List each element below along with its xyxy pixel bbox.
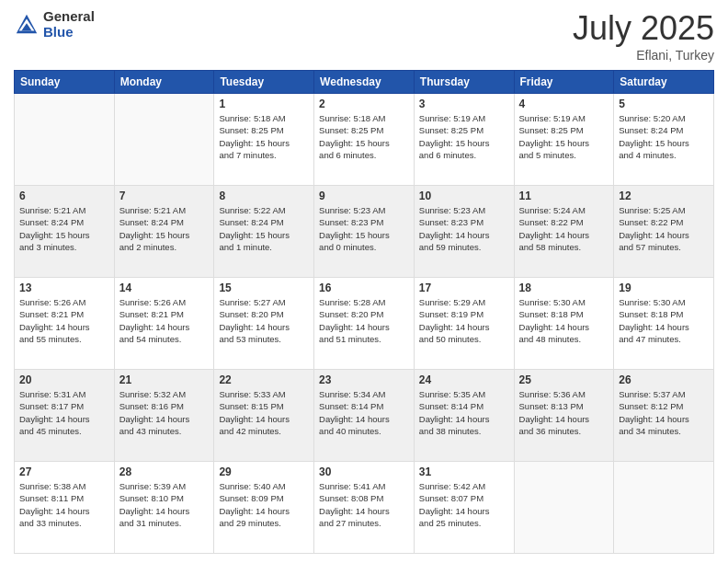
day-info: Sunrise: 5:18 AM Sunset: 8:25 PM Dayligh…: [319, 112, 409, 161]
table-row: 5Sunrise: 5:20 AM Sunset: 8:24 PM Daylig…: [614, 94, 714, 186]
logo-icon: [14, 12, 40, 38]
day-number: 21: [119, 373, 210, 386]
day-info: Sunrise: 5:35 AM Sunset: 8:14 PM Dayligh…: [419, 388, 509, 437]
calendar-week-row: 13Sunrise: 5:26 AM Sunset: 8:21 PM Dayli…: [15, 278, 714, 370]
day-info: Sunrise: 5:31 AM Sunset: 8:17 PM Dayligh…: [19, 388, 109, 437]
day-info: Sunrise: 5:18 AM Sunset: 8:25 PM Dayligh…: [219, 112, 309, 161]
col-friday: Friday: [514, 71, 614, 94]
table-row: 31Sunrise: 5:42 AM Sunset: 8:07 PM Dayli…: [414, 462, 514, 554]
col-saturday: Saturday: [614, 71, 714, 94]
table-row: 27Sunrise: 5:38 AM Sunset: 8:11 PM Dayli…: [15, 462, 115, 554]
day-number: 23: [319, 373, 409, 386]
day-number: 20: [19, 373, 109, 386]
table-row: 24Sunrise: 5:35 AM Sunset: 8:14 PM Dayli…: [414, 370, 514, 462]
table-row: 4Sunrise: 5:19 AM Sunset: 8:25 PM Daylig…: [514, 94, 614, 186]
day-info: Sunrise: 5:25 AM Sunset: 8:22 PM Dayligh…: [619, 204, 709, 253]
logo-general-text: General: [43, 9, 95, 25]
day-number: 3: [419, 98, 509, 110]
table-row: 12Sunrise: 5:25 AM Sunset: 8:22 PM Dayli…: [614, 186, 714, 278]
day-number: 27: [19, 465, 109, 478]
table-row: 18Sunrise: 5:30 AM Sunset: 8:18 PM Dayli…: [514, 278, 614, 370]
day-info: Sunrise: 5:28 AM Sunset: 8:20 PM Dayligh…: [319, 296, 409, 345]
table-row: 14Sunrise: 5:26 AM Sunset: 8:21 PM Dayli…: [114, 278, 214, 370]
calendar-week-row: 1Sunrise: 5:18 AM Sunset: 8:25 PM Daylig…: [15, 94, 714, 186]
day-info: Sunrise: 5:27 AM Sunset: 8:20 PM Dayligh…: [219, 296, 309, 345]
table-row: 13Sunrise: 5:26 AM Sunset: 8:21 PM Dayli…: [15, 278, 115, 370]
header: General Blue July 2025 Eflani, Turkey: [14, 9, 714, 63]
day-info: Sunrise: 5:22 AM Sunset: 8:24 PM Dayligh…: [219, 204, 309, 253]
calendar-header-row: Sunday Monday Tuesday Wednesday Thursday…: [15, 71, 714, 94]
day-number: 30: [319, 465, 409, 478]
day-info: Sunrise: 5:29 AM Sunset: 8:19 PM Dayligh…: [419, 296, 509, 345]
day-info: Sunrise: 5:41 AM Sunset: 8:08 PM Dayligh…: [319, 480, 409, 529]
day-info: Sunrise: 5:21 AM Sunset: 8:24 PM Dayligh…: [119, 204, 210, 253]
day-info: Sunrise: 5:21 AM Sunset: 8:24 PM Dayligh…: [19, 204, 109, 253]
day-number: 22: [219, 373, 309, 386]
table-row: 25Sunrise: 5:36 AM Sunset: 8:13 PM Dayli…: [514, 370, 614, 462]
day-number: 24: [419, 373, 509, 386]
day-number: 19: [619, 282, 709, 294]
day-number: 31: [419, 465, 509, 478]
day-info: Sunrise: 5:33 AM Sunset: 8:15 PM Dayligh…: [219, 388, 309, 437]
day-number: 10: [419, 190, 509, 202]
table-row: 29Sunrise: 5:40 AM Sunset: 8:09 PM Dayli…: [214, 462, 314, 554]
day-info: Sunrise: 5:32 AM Sunset: 8:16 PM Dayligh…: [119, 388, 210, 437]
table-row: 26Sunrise: 5:37 AM Sunset: 8:12 PM Dayli…: [614, 370, 714, 462]
day-number: 11: [519, 190, 609, 202]
logo: General Blue: [14, 9, 95, 40]
day-number: 13: [19, 282, 109, 294]
day-number: 5: [619, 98, 709, 110]
title-block: July 2025 Eflani, Turkey: [573, 9, 714, 63]
table-row: 17Sunrise: 5:29 AM Sunset: 8:19 PM Dayli…: [414, 278, 514, 370]
calendar-table: Sunday Monday Tuesday Wednesday Thursday…: [14, 70, 714, 554]
day-number: 28: [119, 465, 210, 478]
day-number: 15: [219, 282, 309, 294]
table-row: 2Sunrise: 5:18 AM Sunset: 8:25 PM Daylig…: [314, 94, 415, 186]
day-info: Sunrise: 5:34 AM Sunset: 8:14 PM Dayligh…: [319, 388, 409, 437]
table-row: 1Sunrise: 5:18 AM Sunset: 8:25 PM Daylig…: [214, 94, 314, 186]
table-row: 15Sunrise: 5:27 AM Sunset: 8:20 PM Dayli…: [214, 278, 314, 370]
title-location: Eflani, Turkey: [573, 48, 714, 63]
day-info: Sunrise: 5:36 AM Sunset: 8:13 PM Dayligh…: [519, 388, 609, 437]
col-thursday: Thursday: [414, 71, 514, 94]
col-monday: Monday: [114, 71, 214, 94]
table-row: 8Sunrise: 5:22 AM Sunset: 8:24 PM Daylig…: [214, 186, 314, 278]
table-row: 30Sunrise: 5:41 AM Sunset: 8:08 PM Dayli…: [314, 462, 415, 554]
table-row: 22Sunrise: 5:33 AM Sunset: 8:15 PM Dayli…: [214, 370, 314, 462]
table-row: 3Sunrise: 5:19 AM Sunset: 8:25 PM Daylig…: [414, 94, 514, 186]
calendar-week-row: 27Sunrise: 5:38 AM Sunset: 8:11 PM Dayli…: [15, 462, 714, 554]
day-number: 8: [219, 190, 309, 202]
day-number: 25: [519, 373, 609, 386]
col-sunday: Sunday: [15, 71, 115, 94]
day-number: 7: [119, 190, 210, 202]
day-info: Sunrise: 5:26 AM Sunset: 8:21 PM Dayligh…: [19, 296, 109, 345]
table-row: [15, 94, 115, 186]
day-number: 29: [219, 465, 309, 478]
day-info: Sunrise: 5:39 AM Sunset: 8:10 PM Dayligh…: [119, 480, 210, 529]
calendar-week-row: 6Sunrise: 5:21 AM Sunset: 8:24 PM Daylig…: [15, 186, 714, 278]
day-number: 26: [619, 373, 709, 386]
day-info: Sunrise: 5:23 AM Sunset: 8:23 PM Dayligh…: [419, 204, 509, 253]
page: General Blue July 2025 Eflani, Turkey Su…: [0, 0, 728, 563]
day-info: Sunrise: 5:30 AM Sunset: 8:18 PM Dayligh…: [519, 296, 609, 345]
logo-blue-text: Blue: [43, 25, 95, 40]
day-info: Sunrise: 5:38 AM Sunset: 8:11 PM Dayligh…: [19, 480, 109, 529]
day-number: 9: [319, 190, 409, 202]
table-row: 11Sunrise: 5:24 AM Sunset: 8:22 PM Dayli…: [514, 186, 614, 278]
table-row: 19Sunrise: 5:30 AM Sunset: 8:18 PM Dayli…: [614, 278, 714, 370]
table-row: 21Sunrise: 5:32 AM Sunset: 8:16 PM Dayli…: [114, 370, 214, 462]
col-tuesday: Tuesday: [214, 71, 314, 94]
table-row: 16Sunrise: 5:28 AM Sunset: 8:20 PM Dayli…: [314, 278, 415, 370]
calendar-week-row: 20Sunrise: 5:31 AM Sunset: 8:17 PM Dayli…: [15, 370, 714, 462]
table-row: 7Sunrise: 5:21 AM Sunset: 8:24 PM Daylig…: [114, 186, 214, 278]
day-number: 16: [319, 282, 409, 294]
day-info: Sunrise: 5:19 AM Sunset: 8:25 PM Dayligh…: [519, 112, 609, 161]
table-row: [614, 462, 714, 554]
day-number: 12: [619, 190, 709, 202]
day-number: 6: [19, 190, 109, 202]
day-number: 2: [319, 98, 409, 110]
table-row: 9Sunrise: 5:23 AM Sunset: 8:23 PM Daylig…: [314, 186, 415, 278]
table-row: [114, 94, 214, 186]
day-info: Sunrise: 5:42 AM Sunset: 8:07 PM Dayligh…: [419, 480, 509, 529]
day-number: 4: [519, 98, 609, 110]
